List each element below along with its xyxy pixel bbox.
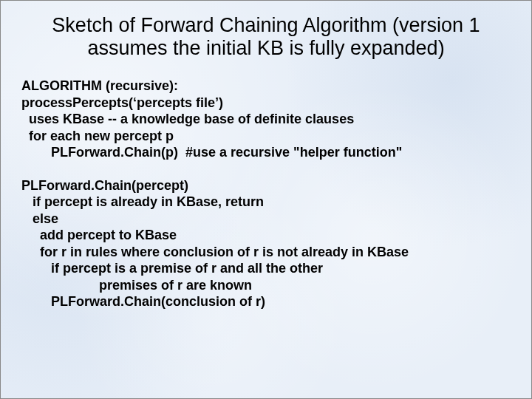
code-line: else <box>21 211 511 228</box>
code-line: premises of r are known <box>21 277 511 294</box>
code-line: for each new percept p <box>21 128 511 145</box>
code-line: processPercepts(‘percepts file’) <box>21 95 511 112</box>
code-line: uses KBase -- a knowledge base of defini… <box>21 111 511 128</box>
code-line: PLForward.Chain(percept) <box>21 177 511 194</box>
slide-title: Sketch of Forward Chaining Algorithm (ve… <box>1 1 531 60</box>
algorithm-block-2: PLForward.Chain(percept) if percept is a… <box>21 177 511 310</box>
title-line-2: assumes the initial KB is fully expanded… <box>87 37 444 59</box>
title-line-1: Sketch of Forward Chaining Algorithm (ve… <box>52 14 480 36</box>
code-line: if percept is already in KBase, return <box>21 194 511 211</box>
code-line: for r in rules where conclusion of r is … <box>21 244 511 261</box>
code-line: if percept is a premise of r and all the… <box>21 260 511 277</box>
code-line: add percept to KBase <box>21 227 511 244</box>
code-line: ALGORITHM (recursive): <box>21 78 511 95</box>
code-line: PLForward.Chain(conclusion of r) <box>21 293 511 310</box>
algorithm-block-1: ALGORITHM (recursive): processPercepts(‘… <box>21 78 511 161</box>
code-line: PLForward.Chain(p) #use a recursive "hel… <box>21 144 511 161</box>
slide-body: ALGORITHM (recursive): processPercepts(‘… <box>1 60 531 310</box>
